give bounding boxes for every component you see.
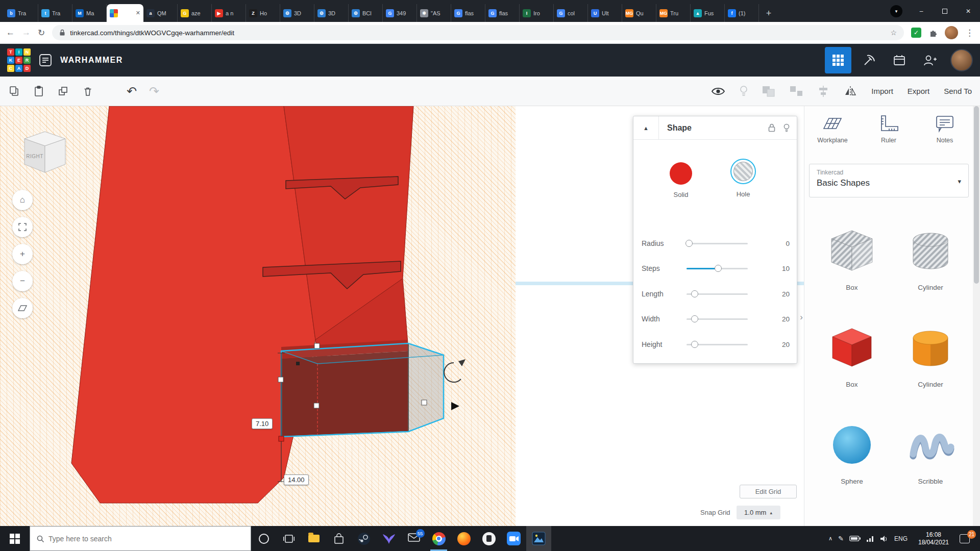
tab-close-icon[interactable]: ✕ bbox=[136, 10, 140, 16]
undo-button[interactable]: ↶ bbox=[127, 84, 137, 98]
browser-tab[interactable]: ✱"AS bbox=[417, 4, 451, 22]
radius-slider[interactable] bbox=[687, 243, 748, 244]
export-button[interactable]: Export bbox=[908, 87, 929, 95]
shape-cylinder-hole[interactable]: Cylinder bbox=[892, 227, 969, 291]
search-input[interactable] bbox=[48, 527, 251, 550]
browser-tab[interactable]: tTra bbox=[38, 4, 72, 22]
mail-button[interactable]: 55 bbox=[401, 526, 426, 551]
tray-expand-icon[interactable]: ∧ bbox=[828, 535, 832, 542]
view-cube[interactable]: RIGHT bbox=[13, 120, 77, 182]
new-tab-button[interactable]: + bbox=[761, 6, 776, 21]
browser-menu-icon[interactable]: ⋮ bbox=[965, 28, 974, 38]
notes-tool[interactable]: Notes bbox=[919, 114, 970, 144]
extension-check-icon[interactable]: ✓ bbox=[911, 28, 921, 38]
browser-tab[interactable]: Gflas bbox=[451, 4, 485, 22]
shape-cylinder-solid[interactable]: Cylinder bbox=[892, 323, 969, 388]
browser-tab[interactable]: UUlt bbox=[588, 4, 622, 22]
cortana-button[interactable] bbox=[251, 526, 276, 551]
browser-tab[interactable]: Gflas bbox=[485, 4, 520, 22]
language-indicator[interactable]: ENG bbox=[894, 535, 908, 542]
taskbar-clock[interactable]: 16:08 18/04/2021 bbox=[913, 531, 954, 546]
bricks-export-button[interactable] bbox=[886, 47, 913, 73]
firefox-button[interactable] bbox=[451, 526, 476, 551]
reload-icon[interactable]: ↻ bbox=[38, 28, 45, 38]
shape-box-solid[interactable]: Box bbox=[814, 323, 890, 388]
tinkercad-logo[interactable]: T I N K E R C A D bbox=[7, 48, 31, 72]
lightbulb-icon[interactable] bbox=[783, 123, 790, 133]
browser-tab[interactable]: IIro bbox=[520, 4, 554, 22]
battery-icon[interactable] bbox=[849, 536, 861, 541]
zoom-in-button[interactable]: + bbox=[12, 244, 33, 264]
redo-button[interactable]: ↷ bbox=[149, 84, 159, 98]
browser-tab[interactable]: ZHo bbox=[246, 4, 280, 22]
back-icon[interactable]: ← bbox=[6, 28, 15, 38]
window-minimize-button[interactable]: – bbox=[910, 0, 933, 22]
width-slider[interactable] bbox=[687, 318, 748, 320]
browser-tab[interactable]: Gaze bbox=[178, 4, 212, 22]
copy-button[interactable] bbox=[8, 85, 20, 97]
network-icon[interactable] bbox=[866, 536, 874, 542]
browser-tab[interactable]: ▶a n bbox=[212, 4, 246, 22]
mirror-button[interactable] bbox=[844, 86, 857, 97]
browser-tab[interactable]: ⚙BCl bbox=[349, 4, 383, 22]
browser-tab[interactable]: ⚙3D bbox=[280, 4, 314, 22]
browser-avatar[interactable] bbox=[945, 26, 958, 39]
pen-icon[interactable]: ✎ bbox=[838, 535, 844, 542]
browser-tab[interactable]: MGQu bbox=[622, 4, 656, 22]
store-button[interactable] bbox=[326, 526, 351, 551]
workplane-view-button[interactable] bbox=[12, 298, 33, 318]
browser-tab[interactable]: Gcol bbox=[554, 4, 588, 22]
delete-button[interactable] bbox=[82, 85, 94, 97]
import-button[interactable]: Import bbox=[871, 87, 893, 95]
volume-icon[interactable] bbox=[880, 535, 889, 542]
ruler-tool[interactable]: Ruler bbox=[863, 114, 914, 144]
browser-tab[interactable]: aQM bbox=[143, 4, 178, 22]
video-call-button[interactable] bbox=[501, 526, 526, 551]
light-button[interactable] bbox=[740, 85, 748, 97]
browser-tab[interactable]: MMa bbox=[72, 4, 107, 22]
show-all-button[interactable] bbox=[711, 86, 725, 96]
share-invite-button[interactable] bbox=[917, 47, 943, 73]
window-maximize-button[interactable] bbox=[933, 0, 957, 22]
browser-tab[interactable]: f(1) bbox=[725, 4, 759, 22]
game-launcher-button[interactable] bbox=[376, 526, 401, 551]
address-bar[interactable]: tinkercad.com/things/dtkWOGVCgqe-warhamm… bbox=[52, 25, 904, 40]
user-avatar[interactable] bbox=[950, 49, 973, 71]
lock-icon[interactable] bbox=[768, 123, 775, 132]
action-center-button[interactable]: 21 bbox=[960, 533, 973, 544]
forward-icon[interactable]: → bbox=[22, 28, 31, 38]
solid-option[interactable]: Solid bbox=[658, 160, 704, 198]
browser-tab-active-tinkercad[interactable]: ✕ bbox=[107, 4, 143, 22]
height-slider[interactable] bbox=[687, 344, 748, 345]
browser-tab[interactable]: MGTru bbox=[656, 4, 691, 22]
browser-tab[interactable]: bTra bbox=[4, 4, 38, 22]
steps-slider[interactable] bbox=[687, 268, 748, 269]
group-button[interactable] bbox=[762, 86, 775, 97]
window-close-button[interactable]: ✕ bbox=[957, 0, 980, 22]
sidebar-scrollbar-thumb[interactable] bbox=[974, 106, 979, 284]
browser-tab[interactable]: ▲Fus bbox=[691, 4, 725, 22]
zoom-out-button[interactable]: − bbox=[12, 271, 33, 291]
shape-scribble[interactable]: Scribble bbox=[892, 420, 969, 485]
minecraft-export-button[interactable] bbox=[855, 47, 882, 73]
fit-view-button[interactable] bbox=[12, 217, 33, 237]
bookmark-star-icon[interactable]: ☆ bbox=[890, 29, 897, 37]
epic-button[interactable] bbox=[476, 526, 501, 551]
ungroup-button[interactable] bbox=[790, 86, 803, 97]
shape-library-dropdown[interactable]: Tinkercad Basic Shapes ▾ bbox=[809, 164, 969, 197]
shape-sphere[interactable]: Sphere bbox=[814, 420, 890, 485]
panel-collapse-button[interactable]: ▲ bbox=[633, 116, 659, 139]
home-view-button[interactable]: ⌂ bbox=[12, 190, 33, 210]
sidebar-collapse-handle[interactable]: › bbox=[796, 308, 806, 327]
hole-option-selected[interactable]: Hole bbox=[720, 159, 766, 198]
align-button[interactable] bbox=[817, 86, 829, 97]
duplicate-button[interactable] bbox=[57, 85, 69, 97]
extensions-puzzle-icon[interactable] bbox=[928, 28, 938, 37]
taskbar-search[interactable] bbox=[30, 526, 251, 551]
design-title[interactable]: WARHAMMER bbox=[60, 56, 123, 65]
chrome-button[interactable] bbox=[426, 526, 451, 551]
steam-button[interactable] bbox=[351, 526, 376, 551]
dimension-width-readout[interactable]: 14.00 bbox=[284, 474, 309, 485]
start-button[interactable] bbox=[0, 526, 30, 551]
shape-box-hole[interactable]: Box bbox=[814, 227, 890, 291]
